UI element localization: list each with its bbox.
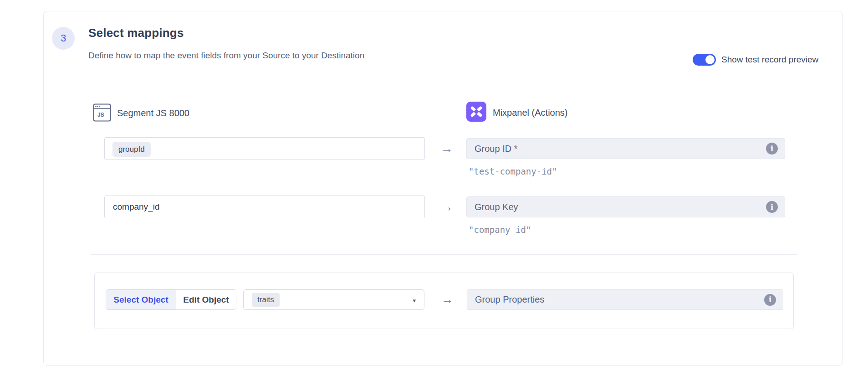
dest-field-group-key: Group Key i (466, 196, 785, 217)
mapping-arrow-icon: → (436, 137, 457, 160)
edit-object-button[interactable]: Edit Object (176, 290, 236, 309)
destination-header: Mixpanel (Actions) (466, 102, 568, 124)
source-field-input-groupid[interactable]: groupId (104, 137, 425, 160)
source-field-input-company-id[interactable]: company_id (104, 196, 425, 218)
source-field-token[interactable]: groupId (112, 142, 151, 157)
browser-js-icon: JS (93, 103, 111, 124)
dest-field-group-id: Group ID * i (466, 138, 785, 159)
info-icon[interactable]: i (766, 201, 778, 213)
step-number-badge: 3 (52, 27, 75, 50)
card-header: 3 Select mappings Define how to map the … (44, 11, 842, 75)
test-record-preview-value: "test-company-id" (469, 166, 557, 176)
show-test-record-preview-toggle[interactable] (693, 54, 716, 66)
page: 3 Select mappings Define how to map the … (0, 0, 868, 381)
mapping-arrow-icon: → (437, 289, 458, 310)
dest-field-label: Group ID * (475, 144, 517, 154)
section-divider (91, 254, 797, 255)
page-title: Select mappings (88, 26, 184, 40)
chevron-down-icon: ▾ (413, 297, 416, 304)
object-mode-button-group: Select Object Edit Object (106, 289, 236, 310)
test-record-preview-value: "company_id" (469, 225, 531, 235)
select-object-button[interactable]: Select Object (106, 290, 176, 309)
source-header: JS Segment JS 8000 (93, 103, 189, 124)
destination-name: Mixpanel (Actions) (493, 108, 568, 118)
toggle-knob (705, 55, 715, 64)
dest-field-label: Group Properties (475, 294, 544, 305)
select-mappings-card: 3 Select mappings Define how to map the … (43, 11, 843, 366)
object-mapping-card: Select Object Edit Object traits ▾ → Gro… (94, 273, 794, 329)
svg-text:JS: JS (97, 112, 104, 118)
mixpanel-icon (466, 102, 486, 124)
source-name: Segment JS 8000 (117, 108, 189, 118)
object-source-dropdown[interactable]: traits ▾ (243, 289, 424, 310)
page-subtitle: Define how to map the event fields from … (88, 51, 364, 61)
object-source-token: traits (252, 293, 280, 307)
toggle-label: Show test record preview (721, 54, 818, 66)
info-icon[interactable]: i (766, 143, 778, 154)
dest-field-group-properties: Group Properties i (467, 289, 783, 310)
info-icon[interactable]: i (764, 294, 776, 306)
dest-field-label: Group Key (475, 202, 518, 212)
mapping-arrow-icon: → (436, 196, 457, 218)
